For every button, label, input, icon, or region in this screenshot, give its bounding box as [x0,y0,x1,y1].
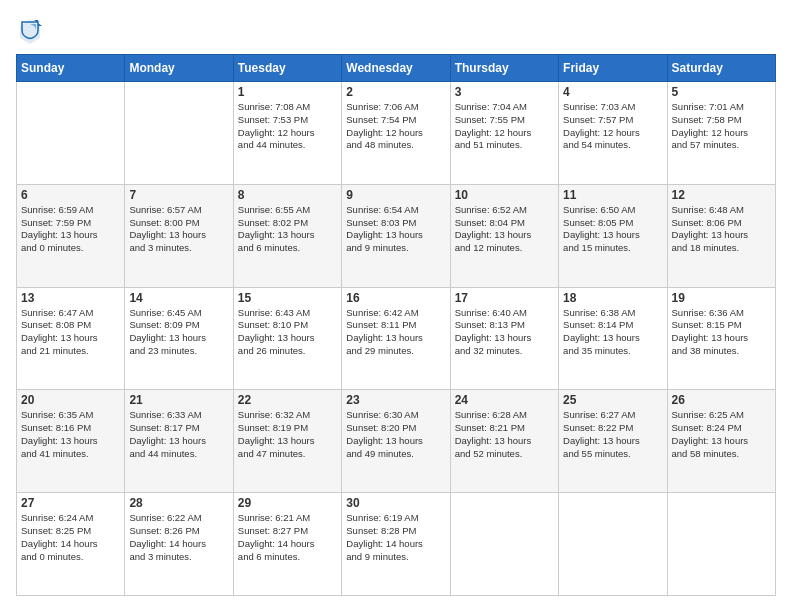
calendar-week-row: 6Sunrise: 6:59 AM Sunset: 7:59 PM Daylig… [17,184,776,287]
day-number: 30 [346,496,445,510]
day-info: Sunrise: 6:27 AM Sunset: 8:22 PM Dayligh… [563,409,662,460]
day-number: 23 [346,393,445,407]
calendar-cell: 10Sunrise: 6:52 AM Sunset: 8:04 PM Dayli… [450,184,558,287]
day-number: 20 [21,393,120,407]
day-number: 18 [563,291,662,305]
day-info: Sunrise: 6:55 AM Sunset: 8:02 PM Dayligh… [238,204,337,255]
calendar-cell: 16Sunrise: 6:42 AM Sunset: 8:11 PM Dayli… [342,287,450,390]
calendar-cell: 18Sunrise: 6:38 AM Sunset: 8:14 PM Dayli… [559,287,667,390]
calendar-cell: 30Sunrise: 6:19 AM Sunset: 8:28 PM Dayli… [342,493,450,596]
day-number: 10 [455,188,554,202]
day-number: 1 [238,85,337,99]
day-info: Sunrise: 6:57 AM Sunset: 8:00 PM Dayligh… [129,204,228,255]
day-number: 26 [672,393,771,407]
calendar-cell: 11Sunrise: 6:50 AM Sunset: 8:05 PM Dayli… [559,184,667,287]
weekday-header: Tuesday [233,55,341,82]
weekday-header: Saturday [667,55,775,82]
day-info: Sunrise: 6:36 AM Sunset: 8:15 PM Dayligh… [672,307,771,358]
calendar-cell: 14Sunrise: 6:45 AM Sunset: 8:09 PM Dayli… [125,287,233,390]
calendar-cell: 9Sunrise: 6:54 AM Sunset: 8:03 PM Daylig… [342,184,450,287]
day-number: 8 [238,188,337,202]
calendar-cell: 19Sunrise: 6:36 AM Sunset: 8:15 PM Dayli… [667,287,775,390]
calendar-cell: 21Sunrise: 6:33 AM Sunset: 8:17 PM Dayli… [125,390,233,493]
day-number: 6 [21,188,120,202]
calendar-cell: 28Sunrise: 6:22 AM Sunset: 8:26 PM Dayli… [125,493,233,596]
weekday-header: Thursday [450,55,558,82]
day-info: Sunrise: 7:04 AM Sunset: 7:55 PM Dayligh… [455,101,554,152]
day-info: Sunrise: 6:22 AM Sunset: 8:26 PM Dayligh… [129,512,228,563]
day-info: Sunrise: 7:03 AM Sunset: 7:57 PM Dayligh… [563,101,662,152]
day-info: Sunrise: 6:48 AM Sunset: 8:06 PM Dayligh… [672,204,771,255]
day-number: 13 [21,291,120,305]
calendar-week-row: 13Sunrise: 6:47 AM Sunset: 8:08 PM Dayli… [17,287,776,390]
day-number: 11 [563,188,662,202]
svg-marker-0 [20,20,40,44]
day-number: 21 [129,393,228,407]
calendar-cell: 27Sunrise: 6:24 AM Sunset: 8:25 PM Dayli… [17,493,125,596]
day-info: Sunrise: 6:50 AM Sunset: 8:05 PM Dayligh… [563,204,662,255]
calendar-cell: 24Sunrise: 6:28 AM Sunset: 8:21 PM Dayli… [450,390,558,493]
day-number: 15 [238,291,337,305]
day-number: 14 [129,291,228,305]
day-number: 29 [238,496,337,510]
day-info: Sunrise: 6:28 AM Sunset: 8:21 PM Dayligh… [455,409,554,460]
day-number: 9 [346,188,445,202]
calendar-cell: 26Sunrise: 6:25 AM Sunset: 8:24 PM Dayli… [667,390,775,493]
day-info: Sunrise: 6:24 AM Sunset: 8:25 PM Dayligh… [21,512,120,563]
calendar-cell: 4Sunrise: 7:03 AM Sunset: 7:57 PM Daylig… [559,82,667,185]
day-info: Sunrise: 6:30 AM Sunset: 8:20 PM Dayligh… [346,409,445,460]
day-number: 7 [129,188,228,202]
weekday-header: Friday [559,55,667,82]
calendar-cell: 25Sunrise: 6:27 AM Sunset: 8:22 PM Dayli… [559,390,667,493]
weekday-header: Sunday [17,55,125,82]
calendar-cell [125,82,233,185]
day-info: Sunrise: 6:43 AM Sunset: 8:10 PM Dayligh… [238,307,337,358]
day-number: 17 [455,291,554,305]
calendar-cell: 2Sunrise: 7:06 AM Sunset: 7:54 PM Daylig… [342,82,450,185]
day-info: Sunrise: 7:08 AM Sunset: 7:53 PM Dayligh… [238,101,337,152]
day-number: 3 [455,85,554,99]
calendar-cell: 1Sunrise: 7:08 AM Sunset: 7:53 PM Daylig… [233,82,341,185]
day-number: 5 [672,85,771,99]
calendar-table: SundayMondayTuesdayWednesdayThursdayFrid… [16,54,776,596]
day-info: Sunrise: 7:01 AM Sunset: 7:58 PM Dayligh… [672,101,771,152]
day-number: 27 [21,496,120,510]
calendar-cell: 3Sunrise: 7:04 AM Sunset: 7:55 PM Daylig… [450,82,558,185]
calendar-cell [559,493,667,596]
calendar-cell [450,493,558,596]
calendar-cell: 6Sunrise: 6:59 AM Sunset: 7:59 PM Daylig… [17,184,125,287]
day-number: 16 [346,291,445,305]
calendar-week-row: 1Sunrise: 7:08 AM Sunset: 7:53 PM Daylig… [17,82,776,185]
header [16,16,776,44]
calendar-week-row: 27Sunrise: 6:24 AM Sunset: 8:25 PM Dayli… [17,493,776,596]
day-info: Sunrise: 6:25 AM Sunset: 8:24 PM Dayligh… [672,409,771,460]
calendar-cell: 12Sunrise: 6:48 AM Sunset: 8:06 PM Dayli… [667,184,775,287]
day-info: Sunrise: 7:06 AM Sunset: 7:54 PM Dayligh… [346,101,445,152]
day-info: Sunrise: 6:33 AM Sunset: 8:17 PM Dayligh… [129,409,228,460]
day-number: 2 [346,85,445,99]
day-info: Sunrise: 6:54 AM Sunset: 8:03 PM Dayligh… [346,204,445,255]
day-info: Sunrise: 6:38 AM Sunset: 8:14 PM Dayligh… [563,307,662,358]
calendar-cell: 7Sunrise: 6:57 AM Sunset: 8:00 PM Daylig… [125,184,233,287]
calendar-cell: 17Sunrise: 6:40 AM Sunset: 8:13 PM Dayli… [450,287,558,390]
day-number: 12 [672,188,771,202]
calendar-cell: 22Sunrise: 6:32 AM Sunset: 8:19 PM Dayli… [233,390,341,493]
day-info: Sunrise: 6:35 AM Sunset: 8:16 PM Dayligh… [21,409,120,460]
calendar-cell: 5Sunrise: 7:01 AM Sunset: 7:58 PM Daylig… [667,82,775,185]
day-info: Sunrise: 6:19 AM Sunset: 8:28 PM Dayligh… [346,512,445,563]
calendar-cell [667,493,775,596]
day-info: Sunrise: 6:21 AM Sunset: 8:27 PM Dayligh… [238,512,337,563]
day-info: Sunrise: 6:42 AM Sunset: 8:11 PM Dayligh… [346,307,445,358]
calendar-cell: 8Sunrise: 6:55 AM Sunset: 8:02 PM Daylig… [233,184,341,287]
day-info: Sunrise: 6:52 AM Sunset: 8:04 PM Dayligh… [455,204,554,255]
calendar-cell [17,82,125,185]
day-number: 22 [238,393,337,407]
logo [16,16,48,44]
page: SundayMondayTuesdayWednesdayThursdayFrid… [0,0,792,612]
weekday-header-row: SundayMondayTuesdayWednesdayThursdayFrid… [17,55,776,82]
day-info: Sunrise: 6:59 AM Sunset: 7:59 PM Dayligh… [21,204,120,255]
calendar-cell: 15Sunrise: 6:43 AM Sunset: 8:10 PM Dayli… [233,287,341,390]
weekday-header: Monday [125,55,233,82]
calendar-cell: 29Sunrise: 6:21 AM Sunset: 8:27 PM Dayli… [233,493,341,596]
day-number: 28 [129,496,228,510]
